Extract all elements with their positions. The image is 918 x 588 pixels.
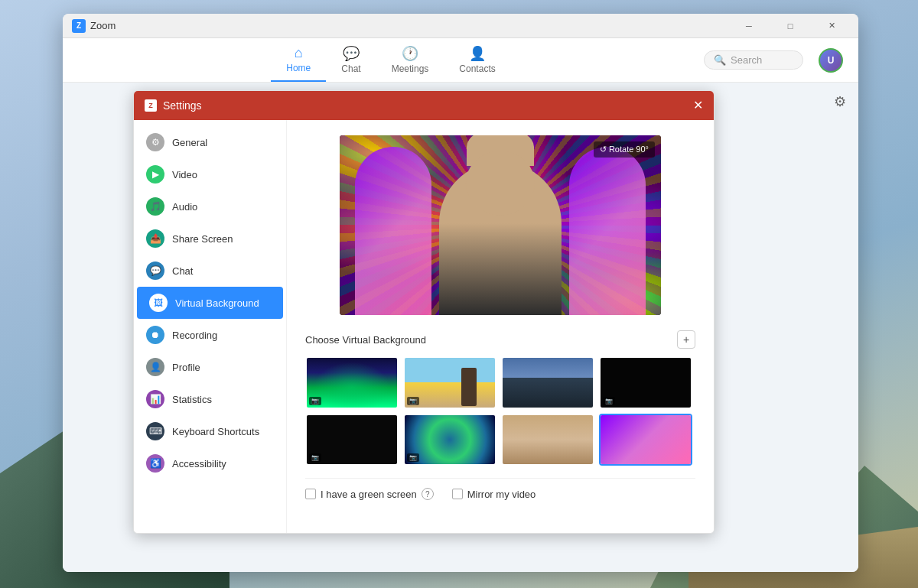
green-screen-help-icon[interactable]: ?	[422, 488, 434, 500]
audio-icon: 🎵	[146, 197, 164, 216]
bg-thumb-aurora[interactable]: 📷	[305, 356, 399, 409]
cam-icon-black2: 📷	[309, 453, 321, 462]
main-area: ⚙ Z Settings ✕ ⚙ General	[63, 83, 858, 572]
sidebar-item-statistics[interactable]: 📊 Statistics	[134, 383, 286, 415]
sidebar-vbg-label: Virtual Background	[175, 297, 259, 309]
bg-thumb-beach[interactable]: 📷	[403, 356, 496, 409]
person-head	[466, 151, 535, 216]
search-icon: 🔍	[714, 54, 726, 66]
close-button[interactable]: ✕	[814, 15, 849, 37]
video-icon: ▶	[146, 165, 164, 184]
nav-tab-contacts-label: Contacts	[459, 63, 495, 74]
share-screen-icon: 📤	[146, 229, 164, 248]
sidebar-item-audio[interactable]: 🎵 Audio	[134, 190, 286, 223]
sidebar-statistics-label: Statistics	[172, 394, 212, 405]
window-controls: ─ □ ✕	[731, 15, 849, 37]
meetings-icon: 🕐	[402, 45, 418, 62]
minimize-button[interactable]: ─	[731, 15, 767, 37]
thumb-city	[503, 358, 593, 408]
choose-bg-header: Choose Virtual Background +	[305, 330, 695, 349]
choose-bg-label: Choose Virtual Background	[305, 334, 426, 346]
sidebar-item-keyboard-shortcuts[interactable]: ⌨ Keyboard Shortcuts	[134, 415, 286, 447]
cam-icon-aurora: 📷	[309, 397, 321, 405]
bg-thumb-black2[interactable]: 📷	[305, 414, 399, 466]
sidebar-profile-label: Profile	[172, 362, 200, 373]
bg-thumb-black1[interactable]: 📷	[599, 356, 692, 409]
sidebar-item-accessibility[interactable]: ♿ Accessibility	[134, 447, 286, 479]
virtual-bg-icon: 🖼	[149, 294, 168, 312]
search-label: Search	[731, 54, 762, 66]
green-screen-checkbox[interactable]	[305, 489, 316, 499]
mirror-video-option: Mirror my video	[452, 489, 536, 500]
add-background-button[interactable]: +	[677, 330, 695, 349]
bg-thumb-cats[interactable]	[501, 414, 594, 466]
maximize-button[interactable]: □	[773, 15, 808, 37]
nav-tab-contacts[interactable]: 👤 Contacts	[444, 39, 510, 82]
sidebar-general-label: General	[172, 137, 207, 148]
green-screen-label: I have a green screen	[321, 489, 417, 500]
app-title: Zoom	[90, 20, 116, 31]
sidebar-share-label: Share Screen	[172, 233, 233, 245]
sidebar-chat-label: Chat	[172, 265, 193, 277]
settings-close-button[interactable]: ✕	[693, 99, 703, 112]
sidebar-item-share-screen[interactable]: 📤 Share Screen	[134, 223, 286, 255]
green-screen-option: I have a green screen ?	[305, 488, 434, 500]
statistics-icon: 📊	[146, 390, 164, 408]
settings-modal: Z Settings ✕ ⚙ General ▶ Video	[133, 90, 715, 534]
keyboard-icon: ⌨	[146, 422, 164, 440]
settings-content: ↺ Rotate 90° Choose Virtual Background +	[287, 120, 714, 533]
settings-sidebar: ⚙ General ▶ Video 🎵 Audio 📤 Share Screen	[134, 120, 287, 533]
video-preview-container: ↺ Rotate 90°	[340, 135, 661, 315]
mirror-video-checkbox[interactable]	[452, 489, 463, 499]
preview-video-bg: ↺ Rotate 90°	[340, 135, 661, 315]
home-icon: ⌂	[295, 45, 303, 61]
sidebar-item-recording[interactable]: ⏺ Recording	[134, 319, 286, 351]
bg-thumb-city[interactable]	[501, 356, 594, 409]
nav-search-area: 🔍 Search U	[704, 48, 843, 73]
title-bar: Z Zoom ─ □ ✕	[63, 14, 858, 38]
bg-thumb-person[interactable]	[599, 414, 692, 466]
settings-gear-button[interactable]: ⚙	[834, 93, 846, 110]
bottom-options: I have a green screen ? Mirror my video	[305, 478, 695, 500]
nav-tab-home-label: Home	[286, 63, 311, 73]
cam-icon-black1: 📷	[603, 397, 615, 405]
title-bar-logo: Z Zoom	[72, 19, 731, 33]
rotate-button[interactable]: ↺ Rotate 90°	[594, 141, 655, 158]
bg-grid: 📷 📷	[305, 356, 695, 466]
sidebar-item-general[interactable]: ⚙ General	[134, 126, 286, 158]
thumb-cats	[503, 415, 593, 465]
chat-nav-icon: 💬	[343, 45, 360, 62]
nav-tabs: ⌂ Home 💬 Chat 🕐 Meetings 👤 Contacts	[78, 39, 704, 82]
cam-icon-beach: 📷	[407, 397, 419, 405]
sidebar-item-profile[interactable]: 👤 Profile	[134, 351, 286, 383]
recording-icon: ⏺	[146, 326, 164, 344]
side-figure-right	[569, 147, 646, 315]
side-figure-left	[355, 147, 431, 315]
app-window: Z Zoom ─ □ ✕ ⌂ Home 💬 Chat 🕐 Meetings �	[63, 14, 858, 572]
sidebar-item-video[interactable]: ▶ Video	[134, 158, 286, 190]
avatar[interactable]: U	[819, 48, 843, 73]
thumb-person	[601, 415, 691, 465]
zoom-logo-icon: Z	[72, 19, 86, 33]
search-box[interactable]: 🔍 Search	[704, 50, 803, 70]
nav-tab-chat[interactable]: 💬 Chat	[326, 39, 376, 82]
sidebar-item-virtual-background[interactable]: 🖼 Virtual Background	[137, 287, 283, 319]
choose-bg-section: Choose Virtual Background + 📷	[305, 330, 695, 466]
settings-title: Z Settings	[145, 99, 693, 112]
sidebar-accessibility-label: Accessibility	[172, 458, 226, 469]
nav-tab-meetings[interactable]: 🕐 Meetings	[376, 39, 444, 82]
settings-zoom-icon: Z	[145, 99, 157, 112]
mirror-video-label: Mirror my video	[467, 489, 536, 500]
sidebar-audio-label: Audio	[172, 201, 197, 213]
sidebar-keyboard-label: Keyboard Shortcuts	[172, 426, 259, 437]
settings-body: ⚙ General ▶ Video 🎵 Audio 📤 Share Screen	[134, 120, 714, 533]
profile-icon: 👤	[146, 358, 164, 376]
nav-bar: ⌂ Home 💬 Chat 🕐 Meetings 👤 Contacts 🔍 Se…	[63, 38, 858, 83]
general-icon: ⚙	[146, 133, 164, 151]
accessibility-icon: ♿	[146, 454, 164, 473]
nav-tab-home[interactable]: ⌂ Home	[271, 39, 326, 82]
sidebar-recording-label: Recording	[172, 330, 217, 341]
sidebar-item-chat[interactable]: 💬 Chat	[134, 255, 286, 287]
nav-tab-meetings-label: Meetings	[392, 63, 429, 74]
bg-thumb-earth[interactable]: 📷	[403, 414, 496, 466]
